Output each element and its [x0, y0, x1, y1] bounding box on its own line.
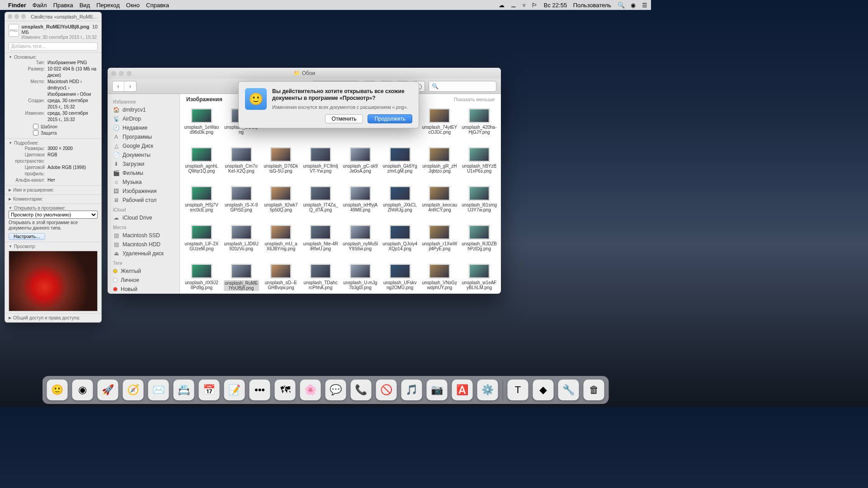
menu-help[interactable]: Справка: [146, 2, 169, 9]
dock-app[interactable]: 🚀: [98, 380, 118, 400]
dock-app[interactable]: 📷: [427, 380, 448, 400]
sidebar-item[interactable]: △Google Диск: [108, 141, 179, 150]
file-item[interactable]: unsplash_LJD6U920zVo.png: [222, 224, 261, 263]
file-item[interactable]: unsplash_ixHfyjA49M8.png: [340, 185, 380, 224]
open-with-select[interactable]: Просмотр (по умолчанию): [9, 211, 98, 219]
icon-grid[interactable]: unsplash_1eWaod96d3k.pngunsplash_BGS.png…: [180, 105, 501, 294]
forward-button[interactable]: ›: [124, 81, 136, 91]
minimize-icon[interactable]: [14, 14, 19, 19]
flag-icon[interactable]: 🏳: [532, 2, 538, 9]
dock-app[interactable]: 🅰️: [452, 380, 473, 400]
disclosure-triangle-icon[interactable]: ▼: [9, 141, 12, 145]
file-item[interactable]: unsplash_VNsGywdphUY.png: [420, 263, 460, 294]
dock-app[interactable]: 🚫: [376, 380, 397, 400]
sidebar-item[interactable]: ♫Музыка: [108, 178, 179, 187]
clock[interactable]: Вс 22:55: [544, 2, 567, 9]
menu-window[interactable]: Окно: [126, 2, 140, 9]
disclosure-triangle-icon[interactable]: ▼: [9, 244, 12, 249]
dock-app[interactable]: T: [508, 380, 528, 400]
sidebar-item[interactable]: ⏏Удаленный диск: [108, 249, 179, 258]
zoom-icon[interactable]: [127, 71, 132, 76]
file-item[interactable]: unsplash_QJoiy4XQp14.png: [380, 224, 420, 263]
cloud-icon[interactable]: ☁: [499, 2, 505, 9]
show-less-button[interactable]: Показать меньше: [454, 97, 495, 102]
dock-app[interactable]: 🗑: [584, 380, 604, 400]
dock-app[interactable]: 📝: [224, 380, 245, 400]
file-item[interactable]: unsplash_mU_aX6JBYmg.png: [261, 224, 301, 263]
sidebar-item[interactable]: ▤Macintosh SSD: [108, 231, 179, 240]
file-item[interactable]: unsplash_nyMu5lY9S6w.png: [340, 224, 380, 263]
dock-app[interactable]: ◆: [533, 380, 554, 400]
disclosure-triangle-icon[interactable]: ▼: [9, 206, 12, 210]
dock-app[interactable]: •••: [250, 380, 270, 400]
file-item[interactable]: unsplash_UFskvng2OMU.png: [380, 263, 420, 294]
menubar-app-name[interactable]: Finder: [8, 2, 26, 9]
sidebar-item[interactable]: Личное: [108, 276, 179, 285]
wifi-icon[interactable]: ▿: [523, 2, 526, 9]
disclosure-triangle-icon[interactable]: ▶: [9, 188, 11, 192]
file-item[interactable]: unsplash_agnhLQWqr1Q.png: [182, 146, 222, 185]
dock-app[interactable]: 📅: [199, 380, 220, 400]
notification-center-icon[interactable]: ☰: [642, 2, 647, 9]
menu-file[interactable]: Файл: [33, 2, 47, 9]
dock-app[interactable]: 📇: [174, 380, 194, 400]
change-all-button[interactable]: Настроить…: [9, 233, 45, 240]
file-item[interactable]: unsplash_Cm7oKeI-X2Q.png: [222, 146, 261, 185]
minimize-icon[interactable]: [119, 71, 124, 76]
sidebar-item[interactable]: Желтый: [108, 267, 179, 276]
file-item[interactable]: unsplash_gR_zHJqbtzo.png: [420, 146, 460, 185]
file-item[interactable]: unsplash_TDahcrcPhhA.png: [301, 263, 340, 294]
spotlight-icon[interactable]: 🔍: [618, 2, 625, 9]
tags-input[interactable]: Добавить теги…: [9, 42, 98, 51]
file-item[interactable]: unsplash_U-mJg7b3g0I.png: [340, 263, 380, 294]
sidebar-item[interactable]: ⬇Загрузки: [108, 160, 179, 169]
info-titlebar[interactable]: Свойства «unsplash_RuMEIYo…: [5, 12, 101, 21]
file-item[interactable]: unsplash_gC-sk9Je0oA.png: [340, 146, 380, 185]
file-item[interactable]: unsplash_D76DklsG-5U.png: [261, 146, 301, 185]
file-item[interactable]: unsplash_sD--EGHBvqw.png: [261, 263, 301, 294]
zoom-icon[interactable]: [21, 14, 26, 19]
sidebar-item[interactable]: 📡AirDrop: [108, 114, 179, 123]
sidebar-item[interactable]: 🖼Изображения: [108, 187, 179, 196]
sidebar-item[interactable]: ▤Macintosh HDD: [108, 240, 179, 249]
disclosure-triangle-icon[interactable]: ▶: [9, 316, 11, 320]
close-icon[interactable]: [111, 71, 116, 76]
disclosure-triangle-icon[interactable]: ▼: [9, 55, 12, 59]
file-item[interactable]: unsplash_r1XwWjl4PyE.png: [420, 224, 460, 263]
template-checkbox[interactable]: Шаблон: [33, 124, 98, 129]
file-item[interactable]: unsplash_LiF-2XGUzeM.png: [182, 224, 222, 263]
dock-app[interactable]: 🎵: [401, 380, 422, 400]
file-item[interactable]: unsplash_It2wk75p50Q.png: [261, 185, 301, 224]
file-item[interactable]: unsplash_JXkCLZhhRJg.png: [380, 185, 420, 224]
dock-app[interactable]: 💬: [326, 380, 346, 400]
file-item[interactable]: unsplash_iS-X-9GPiS0.png: [222, 185, 261, 224]
sidebar-item[interactable]: 🖥Рабочий стол: [108, 196, 179, 205]
file-item[interactable]: unsplash_hBYzBU1xP6s.png: [459, 146, 499, 185]
file-item[interactable]: unsplash_RuMEIYoUBj8.png: [222, 263, 261, 294]
file-item[interactable]: unsplash_Gk6YgzmrLgM.png: [380, 146, 420, 185]
dock-app[interactable]: ◉: [72, 380, 93, 400]
sidebar-item[interactable]: 🎬Фильмы: [108, 169, 179, 178]
dock-app[interactable]: ✉️: [148, 380, 169, 400]
menu-go[interactable]: Переход: [96, 2, 120, 9]
file-item[interactable]: unsplash_keocau4nRCY.png: [420, 185, 460, 224]
bluetooth-icon[interactable]: ⚊: [511, 2, 516, 9]
sidebar-item[interactable]: Новый: [108, 285, 179, 294]
sidebar-item[interactable]: 📄Документы: [108, 150, 179, 160]
back-button[interactable]: ‹: [113, 81, 124, 91]
dock-app[interactable]: 📞: [351, 380, 372, 400]
menu-edit[interactable]: Правка: [53, 2, 73, 9]
sidebar-item[interactable]: ☁iCloud Drive: [108, 213, 179, 222]
file-item[interactable]: unsplash_rlX9J28Pd9g.png: [182, 263, 222, 294]
file-item[interactable]: unsplash_IT4Za_Q_dTA.png: [301, 185, 340, 224]
sidebar-item[interactable]: AПрограммы: [108, 132, 179, 141]
disclosure-triangle-icon[interactable]: ▶: [9, 197, 11, 201]
file-item[interactable]: unsplash_1eWaod96d3k.png: [182, 108, 222, 146]
user-menu[interactable]: Пользователь: [573, 2, 611, 9]
file-item[interactable]: unsplash_FC9mljVT-Yw.png: [301, 146, 340, 185]
file-item[interactable]: unsplash_RJDZBhPzlDg.png: [459, 224, 499, 263]
file-item[interactable]: unsplash_420ha-HjGJY.png: [459, 108, 499, 146]
sidebar-item[interactable]: 🕘Недавние: [108, 123, 179, 132]
continue-button[interactable]: Продолжить: [368, 114, 412, 123]
file-item[interactable]: unsplash_w1eAFyBLhLM.png: [459, 263, 499, 294]
